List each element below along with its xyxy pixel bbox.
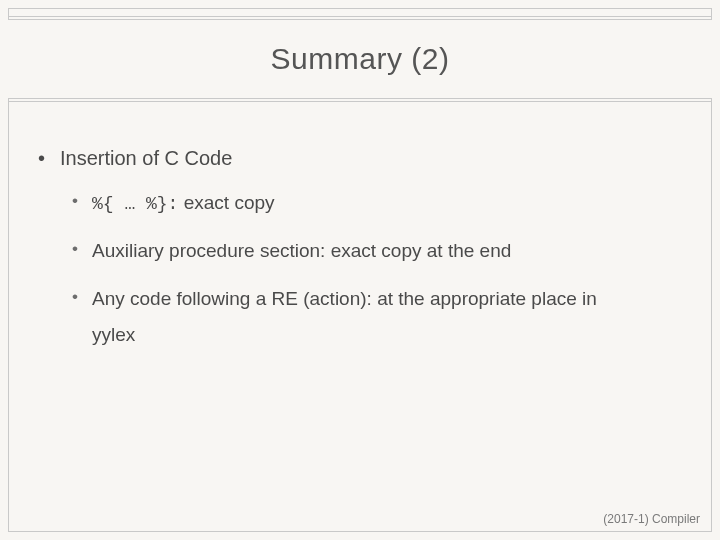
slide-title: Summary (2) [271, 42, 450, 76]
rule-bottom-2 [8, 101, 712, 102]
title-band: Summary (2) [8, 20, 712, 98]
bullet-sub-3: Any code following a RE (action): at the… [70, 286, 690, 312]
bullet-main: Insertion of C Code [30, 145, 690, 172]
yylex-line: yylex [92, 322, 690, 348]
content-area: Insertion of C Code %{ … %}: exact copy … [30, 145, 690, 510]
sub1-rest: exact copy [178, 192, 274, 213]
bullet-sub-2: Auxiliary procedure section: exact copy … [70, 238, 690, 264]
title-area: Summary (2) [8, 16, 712, 102]
slide: Summary (2) Insertion of C Code %{ … %}:… [0, 0, 720, 540]
footer-text: (2017-1) Compiler [603, 512, 700, 526]
code-span: %{ … %}: [92, 194, 178, 214]
bullet-sub-1: %{ … %}: exact copy [70, 190, 690, 216]
